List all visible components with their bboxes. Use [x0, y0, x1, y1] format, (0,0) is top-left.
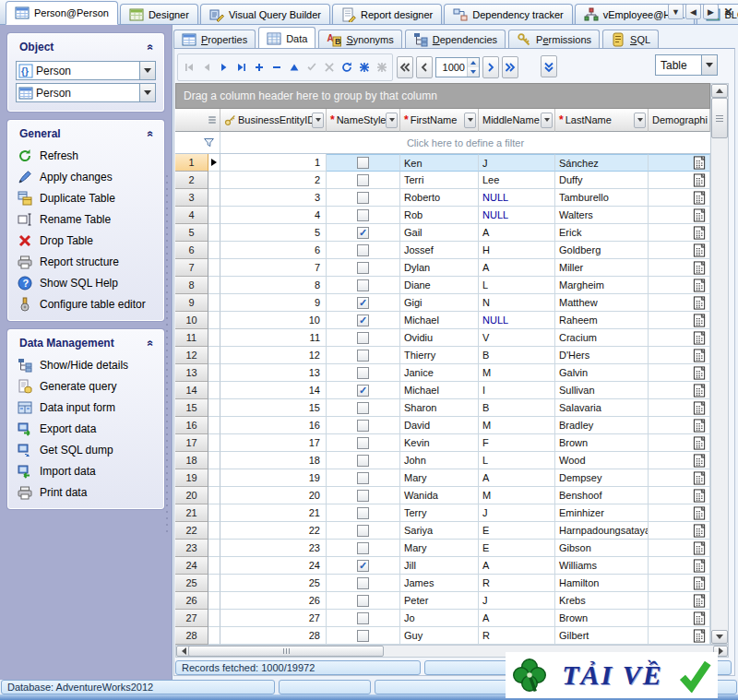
data-management-panel-header[interactable]: Data Management « — [8, 330, 163, 354]
cell-lastname[interactable]: Dempsey — [555, 469, 649, 487]
table-row[interactable]: 2626PeterJKrebs — [175, 592, 710, 610]
cell-namestyle[interactable] — [327, 610, 400, 627]
namestyle-checkbox[interactable] — [357, 350, 369, 362]
grid-corner-cell[interactable] — [175, 109, 220, 132]
cell-namestyle[interactable] — [327, 172, 400, 189]
column-filter-dropdown[interactable] — [386, 113, 398, 128]
cell-lastname[interactable]: Krebs — [555, 592, 649, 610]
table-row[interactable]: 2323MaryEGibson — [175, 540, 710, 557]
column-filter-dropdown[interactable] — [634, 113, 646, 128]
cell-demographics[interactable] — [649, 399, 710, 417]
next-block-button[interactable] — [482, 56, 499, 78]
blob-document-icon[interactable] — [693, 506, 707, 520]
table-row[interactable]: 1717KevinFBrown — [175, 434, 710, 452]
cell-middlename[interactable]: N — [479, 294, 555, 312]
window-tab-designer[interactable]: Designer — [120, 4, 198, 24]
cell-firstname[interactable]: John — [400, 452, 479, 469]
column-filter-dropdown[interactable] — [541, 113, 553, 128]
blob-document-icon[interactable] — [693, 279, 707, 292]
cell-firstname[interactable]: Wanida — [400, 487, 479, 504]
tab-dependencies[interactable]: Dependencies — [405, 30, 506, 49]
row-number-cell[interactable]: 4 — [175, 207, 208, 224]
table-row[interactable]: 22TerriLeeDuffy — [175, 172, 710, 189]
table-row[interactable]: 1919MaryADempsey — [175, 469, 710, 487]
cell-firstname[interactable]: Terri — [400, 172, 479, 189]
cell-namestyle[interactable] — [327, 364, 400, 382]
column-header-namestyle[interactable]: *NameStyle — [327, 109, 400, 132]
prev-block-button[interactable] — [416, 56, 433, 78]
edit-record-button[interactable] — [285, 56, 303, 78]
namestyle-checkbox[interactable] — [357, 332, 369, 344]
vertical-scrollbar-thumb[interactable] — [711, 98, 728, 138]
cell-demographics[interactable] — [649, 452, 710, 469]
cell-middlename[interactable]: J — [479, 592, 555, 610]
cell-middlename[interactable]: B — [479, 347, 555, 364]
tab-list-button[interactable]: ▼ — [668, 4, 684, 19]
cell-middlename[interactable]: B — [479, 399, 555, 417]
cell-namestyle[interactable]: ✓ — [327, 557, 400, 575]
blob-document-icon[interactable] — [693, 349, 707, 362]
cell-lastname[interactable]: Walters — [555, 207, 649, 224]
cell-demographics[interactable] — [649, 434, 710, 452]
cell-demographics[interactable] — [649, 277, 710, 294]
cell-demographics[interactable] — [649, 207, 710, 224]
blob-document-icon[interactable] — [693, 611, 707, 625]
cell-middlename[interactable]: L — [479, 277, 555, 294]
cell-namestyle[interactable] — [327, 347, 400, 364]
cell-businessentityid[interactable]: 8 — [220, 277, 327, 294]
table-row[interactable]: 1818JohnLWood — [175, 452, 710, 469]
sidebar-item-refresh[interactable]: Refresh — [8, 145, 163, 166]
blob-document-icon[interactable] — [693, 436, 707, 450]
cell-firstname[interactable]: Sariya — [400, 522, 479, 540]
cell-lastname[interactable]: Sánchez — [555, 154, 649, 172]
cell-namestyle[interactable] — [327, 259, 400, 277]
tab-sql[interactable]: SQL — [602, 30, 659, 49]
cell-businessentityid[interactable]: 6 — [220, 242, 327, 259]
table-row[interactable]: 2727JoABrown — [175, 610, 710, 627]
cell-lastname[interactable]: Miller — [555, 259, 649, 277]
namestyle-checkbox[interactable]: ✓ — [357, 297, 369, 309]
namestyle-checkbox[interactable] — [357, 157, 369, 169]
cell-businessentityid[interactable]: 10 — [220, 312, 327, 329]
cell-businessentityid[interactable]: 4 — [220, 207, 327, 224]
cell-businessentityid[interactable]: 25 — [220, 575, 327, 592]
table-row[interactable]: 11KenJSánchez — [175, 154, 710, 172]
cell-lastname[interactable]: Benshoof — [555, 487, 649, 504]
cell-middlename[interactable]: I — [479, 382, 555, 399]
cell-firstname[interactable]: James — [400, 575, 479, 592]
cell-lastname[interactable]: Erick — [555, 224, 649, 242]
cell-firstname[interactable]: Ovidiu — [400, 329, 479, 347]
namestyle-checkbox[interactable] — [357, 525, 369, 537]
namestyle-checkbox[interactable] — [357, 455, 369, 467]
sidebar-item-generate-query[interactable]: Generate query — [8, 375, 163, 397]
namestyle-checkbox[interactable] — [357, 472, 369, 484]
row-number-cell[interactable]: 25 — [175, 575, 208, 592]
cell-demographics[interactable] — [649, 540, 710, 557]
sidebar-item-data-input-form[interactable]: Data input form — [8, 397, 163, 418]
cell-demographics[interactable] — [649, 627, 710, 645]
tab-data[interactable]: Data — [258, 27, 315, 49]
schema-select[interactable]: {} Person — [16, 61, 156, 80]
tab-permissions[interactable]: Permissions — [508, 30, 600, 49]
collapse-icon[interactable]: « — [145, 340, 158, 347]
first-block-button[interactable] — [397, 56, 413, 78]
cell-namestyle[interactable] — [327, 399, 400, 417]
namestyle-checkbox[interactable] — [357, 577, 369, 589]
blob-document-icon[interactable] — [693, 208, 707, 222]
table-row[interactable]: 1515SharonBSalavaria — [175, 399, 710, 417]
cell-businessentityid[interactable]: 18 — [220, 452, 327, 469]
table-row[interactable]: 1414✓MichaelISullivan — [175, 382, 710, 399]
blob-document-icon[interactable] — [693, 401, 707, 415]
sidebar-item-apply-changes[interactable]: Apply changes — [8, 166, 163, 187]
row-number-cell[interactable]: 16 — [175, 417, 208, 434]
row-number-cell[interactable]: 22 — [175, 522, 208, 540]
filter-icon[interactable] — [203, 136, 215, 148]
cell-demographics[interactable] — [649, 487, 710, 504]
blob-document-icon[interactable] — [693, 243, 707, 257]
cell-businessentityid[interactable]: 21 — [220, 504, 327, 522]
sidebar-item-show-sql-help[interactable]: ?Show SQL Help — [8, 272, 163, 293]
namestyle-checkbox[interactable] — [357, 367, 369, 379]
row-number-cell[interactable]: 27 — [175, 610, 208, 627]
column-header-firstname[interactable]: *FirstName — [400, 109, 479, 132]
cell-middlename[interactable]: A — [479, 557, 555, 575]
